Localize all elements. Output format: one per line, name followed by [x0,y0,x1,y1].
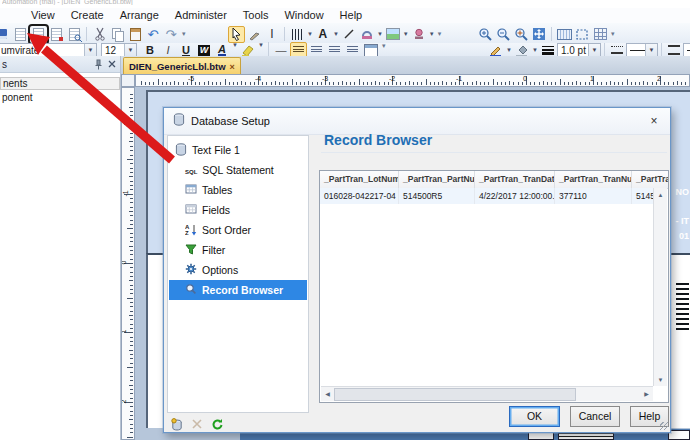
ruler-tick [543,81,544,85]
dialog-title-bar[interactable]: Database Setup [164,108,670,135]
tab-close-icon[interactable]: × [230,62,235,72]
toolbox-panel: s nentsponent [0,56,121,440]
database-add-icon[interactable] [169,416,185,432]
sidebar-item-sql-statement[interactable]: SQLSQL Statement [169,160,307,180]
create-text-icon[interactable]: A [314,26,331,43]
dialog-close-icon[interactable]: × [646,113,662,129]
print-icon[interactable] [48,26,65,43]
tab-dien-genericlbl[interactable]: DIEN_GenericLbl.btw × [123,57,241,75]
font-family-combo[interactable]: umvirate ▼ [0,43,97,57]
sidebar-item-filter[interactable]: Filter [169,240,307,260]
menu-item-window[interactable]: Window [276,8,331,23]
barcode-object-fragment[interactable] [676,283,689,331]
menu-item-create[interactable]: Create [63,8,112,23]
chevron-down-icon[interactable]: ▼ [124,44,136,56]
scroll-down-icon[interactable]: ▼ [654,373,667,386]
font-size-combo[interactable]: 12 ▼ [101,43,137,57]
scroll-up-icon[interactable]: ▲ [654,188,667,201]
save-icon[interactable] [0,26,11,43]
redo-icon[interactable]: ↷ [163,26,180,43]
scroll-left-icon[interactable]: ◀ [321,387,334,400]
format-painter-icon[interactable] [246,26,263,43]
toolbar-overflow-icon[interactable]: ▾ [611,30,615,38]
toolbar-separator [268,42,269,56]
ruler-tick [178,82,179,85]
database-setup-icon[interactable] [30,26,47,43]
label-object-fragment[interactable] [668,430,690,440]
toolbar-overflow-icon[interactable]: ▾ [182,30,186,38]
sidebar-item-fields[interactable]: Fields [169,200,307,220]
ruler-tick [333,82,334,85]
scroll-right-icon[interactable]: ▶ [640,387,653,400]
sidebar-item-tables[interactable]: Tables [169,180,307,200]
toolbar-overflow-icon[interactable]: ▾ [438,30,442,38]
vertical-scrollbar[interactable]: ▲ ▼ [653,188,667,386]
sidebar-item-sort-order[interactable]: AZSort Order [169,220,307,240]
chevron-down-icon[interactable]: ▼ [333,31,339,37]
zoom-dynamic-icon[interactable] [513,26,530,43]
chevron-down-icon[interactable]: ▼ [84,44,96,56]
menu-item-view[interactable]: View [23,8,63,23]
chevron-down-icon[interactable]: ▼ [506,47,512,53]
chevron-down-icon[interactable]: ▼ [377,31,383,37]
ruler-tick [130,185,133,186]
select-cursor-icon[interactable] [228,26,245,43]
new-document-icon[interactable] [12,26,29,43]
chevron-down-icon[interactable]: ▼ [588,44,600,56]
chevron-down-icon[interactable]: ▼ [532,47,538,53]
border-style-combo[interactable]: ▼ [683,43,690,57]
close-icon[interactable] [105,58,118,70]
table-row[interactable]: 016028-042217-04514500R54/22/2017 12:00:… [320,188,654,204]
toolbox-tree-item[interactable]: nents [0,77,120,90]
scrollbar-thumb[interactable] [334,388,576,401]
sidebar-item-text-file-1[interactable]: Text File 1 [169,140,307,160]
menu-item-administer[interactable]: Administer [167,8,235,23]
chevron-down-icon[interactable]: ▼ [645,44,657,56]
paste-icon[interactable] [127,26,144,43]
view-boundaries-icon[interactable] [574,26,591,43]
horizontal-ruler[interactable]: -5-4-3-2-1012 [135,74,690,87]
print-preview-icon[interactable] [66,26,83,43]
zoom-out-icon[interactable] [495,26,512,43]
column-header[interactable]: _PartTra [632,171,669,188]
zoom-fit-icon[interactable] [531,26,548,43]
picture-icon[interactable] [384,26,401,43]
toolbox-tree-item[interactable]: ponent [0,91,120,104]
ruler-tick [409,81,410,85]
copy-icon[interactable] [109,26,126,43]
dash-style-combo[interactable]: ▼ [626,43,658,57]
ruler-toggle-icon[interactable] [556,26,573,43]
menu-item-help[interactable]: Help [332,8,371,23]
sidebar-item-options[interactable]: Options [169,260,307,280]
sidebar-item-record-browser[interactable]: Record Browser [169,280,307,300]
chevron-down-icon[interactable]: ▼ [307,31,313,37]
database-remove-icon[interactable] [189,416,205,432]
menu-item-tools[interactable]: Tools [235,8,277,23]
undo-icon[interactable]: ↶ [145,26,162,43]
column-header[interactable]: _PartTran_PartNum [399,171,475,188]
cut-icon[interactable] [91,26,108,43]
chevron-down-icon[interactable]: ▼ [403,31,409,37]
ruler-tick [130,302,133,303]
column-header[interactable]: _PartTran_TranDate [475,171,555,188]
barcode-icon[interactable] [289,26,306,43]
menu-item-arrange[interactable]: Arrange [112,8,167,23]
ok-button[interactable]: OK [509,406,560,427]
stamp-icon[interactable] [410,26,427,43]
grid-icon[interactable] [592,26,609,43]
zoom-in-icon[interactable] [477,26,494,43]
column-header[interactable]: _PartTran_LotNum [320,171,399,188]
ruler-label: -1 [122,190,129,196]
pin-icon[interactable] [92,58,105,70]
resize-grip[interactable] [660,422,668,430]
horizontal-scrollbar[interactable]: ◀ ▶ [321,386,653,401]
text-cursor-icon[interactable]: I [264,26,281,43]
refresh-icon[interactable] [209,416,225,432]
encode-icon[interactable] [358,26,375,43]
column-header[interactable]: _PartTran_TranNum [555,171,632,188]
line-weight-combo[interactable]: 1.0 pt ▼ [557,43,601,57]
chevron-down-icon[interactable]: ▼ [429,31,435,37]
create-line-icon[interactable] [340,26,357,43]
vertical-ruler[interactable]: -2-1012 [121,87,135,440]
cancel-button[interactable]: Cancel [570,406,620,427]
